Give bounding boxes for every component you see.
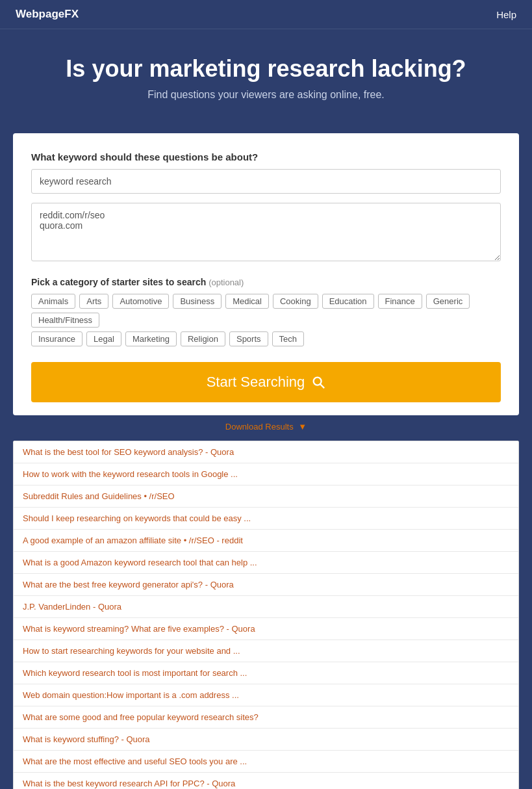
result-item[interactable]: Subreddit Rules and Guidelines • /r/SEO [14,485,518,508]
svg-point-0 [314,378,322,385]
result-item[interactable]: What is keyword stuffing? - Quora [14,729,518,751]
categories-row-1: AnimalsArtsAutomotiveBusinessMedicalCook… [31,294,501,328]
search-button-label: Start Searching [207,374,305,391]
result-item[interactable]: What is keyword streaming? What are five… [14,618,518,640]
result-item[interactable]: A good example of an amazon affiliate si… [14,530,518,552]
category-tag[interactable]: Medical [225,294,269,309]
category-tag[interactable]: Legal [86,331,121,346]
download-arrow-icon: ▼ [298,422,307,432]
category-tag[interactable]: Tech [272,331,304,346]
main-card: What keyword should these questions be a… [13,133,519,415]
search-button-container: Start Searching [31,362,501,402]
category-tag[interactable]: Cooking [273,294,318,309]
category-tag[interactable]: Arts [79,294,108,309]
category-tag[interactable]: Animals [31,294,75,309]
result-item[interactable]: J.P. VanderLinden - Quora [14,596,518,618]
result-item[interactable]: Web domain question:How important is a .… [14,684,518,706]
keyword-input[interactable] [31,169,501,194]
category-label: Pick a category of starter sites to sear… [31,277,501,287]
keyword-label: What keyword should these questions be a… [31,151,501,162]
category-tag[interactable]: Marketing [125,331,177,346]
logo: WebpageFX [16,8,79,21]
download-label: Download Results [225,422,294,432]
result-item[interactable]: How to start researching keywords for yo… [14,640,518,662]
search-button[interactable]: Start Searching [31,362,501,402]
results-container: What is the best tool for SEO keyword an… [13,441,519,789]
category-tag[interactable]: Generic [426,294,470,309]
category-tag[interactable]: Automotive [112,294,169,309]
help-link[interactable]: Help [496,9,516,20]
hero-subtitle: Find questions your viewers are asking o… [13,89,519,101]
hero-title: Is your marketing research lacking? [13,55,519,83]
result-item[interactable]: Should I keep researching on keywords th… [14,508,518,530]
category-tag[interactable]: Insurance [31,331,82,346]
result-item[interactable]: What are the most effective and useful S… [14,751,518,773]
categories-row-2: InsuranceLegalMarketingReligionSportsTec… [31,331,501,346]
result-item[interactable]: Which keyword research tool is most impo… [14,662,518,684]
download-link[interactable]: Download Results ▼ [0,422,532,432]
result-item[interactable]: What are some good and free popular keyw… [14,706,518,729]
hero-section: Is your marketing research lacking? Find… [0,29,532,133]
search-icon [311,375,325,389]
category-tag[interactable]: Religion [181,331,225,346]
category-tag[interactable]: Sports [229,331,268,346]
result-item[interactable]: What is the best tool for SEO keyword an… [14,441,518,463]
result-item[interactable]: What are the best free keyword generator… [14,574,518,596]
category-tag[interactable]: Health/Fitness [31,313,99,328]
result-item[interactable]: What is the best keyword research API fo… [14,773,518,789]
result-item[interactable]: What is a good Amazon keyword research t… [14,552,518,574]
svg-line-1 [321,384,325,388]
result-item[interactable]: How to work with the keyword research to… [14,463,518,485]
category-tag[interactable]: Finance [378,294,422,309]
category-tag[interactable]: Education [322,294,374,309]
sites-textarea[interactable]: reddit.com/r/seo quora.com [31,203,501,261]
category-tag[interactable]: Business [173,294,222,309]
header: WebpageFX Help [0,0,532,29]
